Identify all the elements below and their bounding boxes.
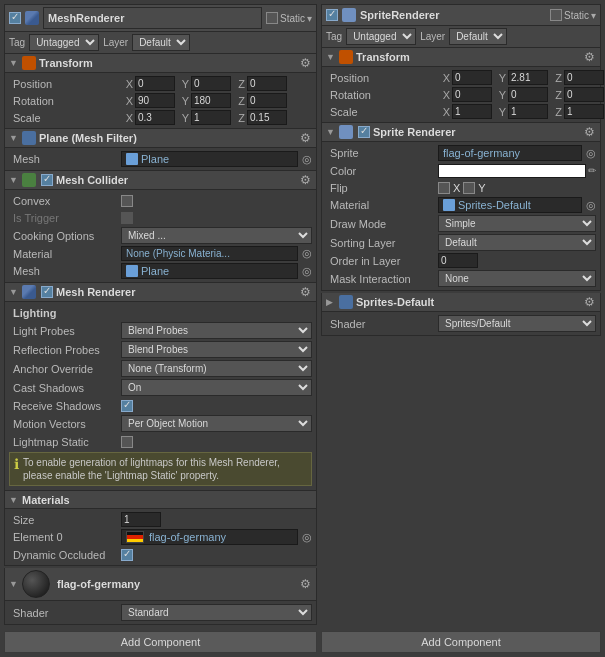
right-rot-z[interactable] bbox=[564, 87, 604, 102]
src-material-target[interactable]: ◎ bbox=[584, 199, 596, 212]
mc-mesh-target[interactable]: ◎ bbox=[300, 265, 312, 278]
receive-shadows-checkbox[interactable] bbox=[121, 400, 133, 412]
dynamic-occluded-checkbox[interactable] bbox=[121, 549, 133, 561]
mesh-renderer-comp-header[interactable]: ▼ Mesh Renderer ⚙ bbox=[4, 283, 317, 302]
right-pos-z[interactable] bbox=[564, 70, 604, 85]
transform-header[interactable]: ▼ Transform ⚙ bbox=[4, 54, 317, 73]
src-gear[interactable]: ⚙ bbox=[582, 125, 596, 139]
static-label: Static bbox=[280, 13, 305, 24]
materials-collapse: ▼ bbox=[9, 495, 19, 505]
cast-shadows-dropdown[interactable]: On bbox=[121, 379, 312, 396]
static-arrow[interactable]: ▾ bbox=[307, 13, 312, 24]
right-pos-y[interactable] bbox=[508, 70, 548, 85]
mrc-gear[interactable]: ⚙ bbox=[298, 285, 312, 299]
rot-z-input[interactable] bbox=[247, 93, 287, 108]
sprites-default-header[interactable]: ▶ Sprites-Default ⚙ bbox=[321, 293, 601, 312]
plane-mesh-filter-gear[interactable]: ⚙ bbox=[298, 131, 312, 145]
flip-y-checkbox[interactable] bbox=[463, 182, 475, 194]
right-tag-dropdown[interactable]: Untagged bbox=[346, 28, 416, 45]
right-position-row: Position X Y Z bbox=[326, 69, 596, 86]
src-material-value[interactable]: Sprites-Default bbox=[438, 197, 582, 213]
src-enabled[interactable] bbox=[358, 126, 370, 138]
sprite-renderer-comp-header[interactable]: ▼ Sprite Renderer ⚙ bbox=[321, 123, 601, 142]
right-rot-y[interactable] bbox=[508, 87, 548, 102]
plane-mesh-filter-header[interactable]: ▼ Plane (Mesh Filter) ⚙ bbox=[4, 129, 317, 148]
order-in-layer-input[interactable] bbox=[438, 253, 478, 268]
rotation-xyz: X Y Z bbox=[121, 93, 312, 108]
mesh-collider-icon bbox=[22, 173, 36, 187]
mc-mesh-value[interactable]: Plane bbox=[121, 263, 298, 279]
reflection-probes-dropdown[interactable]: Blend Probes bbox=[121, 341, 312, 358]
pos-z-input[interactable] bbox=[247, 76, 287, 91]
right-static-checkbox[interactable] bbox=[550, 9, 562, 21]
static-checkbox[interactable] bbox=[266, 12, 278, 24]
flip-x-checkbox[interactable] bbox=[438, 182, 450, 194]
right-scale-y[interactable] bbox=[508, 104, 548, 119]
mc-material-value[interactable]: None (Physic Materia... bbox=[121, 246, 298, 261]
materials-title: Materials bbox=[22, 494, 312, 506]
rot-y-input[interactable] bbox=[191, 93, 231, 108]
mesh-collider-enabled[interactable] bbox=[41, 174, 53, 186]
right-rot-x[interactable] bbox=[452, 87, 492, 102]
mesh-target-icon[interactable]: ◎ bbox=[300, 153, 312, 166]
right-transform-header[interactable]: ▼ Transform ⚙ bbox=[321, 48, 601, 67]
mask-interaction-dropdown[interactable]: None bbox=[438, 270, 596, 287]
order-in-layer-label: Order in Layer bbox=[326, 255, 436, 267]
sd-gear[interactable]: ⚙ bbox=[582, 295, 596, 309]
material-shader-body: Shader Standard bbox=[4, 601, 317, 625]
lightmap-static-label: Lightmap Static bbox=[9, 436, 119, 448]
color-pencil[interactable]: ✏ bbox=[588, 165, 596, 176]
material-gear[interactable]: ⚙ bbox=[298, 577, 312, 591]
right-scale-x[interactable] bbox=[452, 104, 492, 119]
sorting-layer-dropdown[interactable]: Default bbox=[438, 234, 596, 251]
right-static-arrow[interactable]: ▾ bbox=[591, 10, 596, 21]
light-probes-dropdown[interactable]: Blend Probes bbox=[121, 322, 312, 339]
pos-y-input[interactable] bbox=[191, 76, 231, 91]
right-transform-icon bbox=[339, 50, 353, 64]
anchor-override-row: Anchor Override None (Transform) bbox=[9, 359, 312, 378]
anchor-override-dropdown[interactable]: None (Transform) bbox=[121, 360, 312, 377]
sd-title: Sprites-Default bbox=[356, 296, 579, 308]
mesh-renderer-enabled-checkbox[interactable] bbox=[9, 12, 21, 24]
pos-x-input[interactable] bbox=[135, 76, 175, 91]
scale-y-input[interactable] bbox=[191, 110, 231, 125]
mrc-enabled[interactable] bbox=[41, 286, 53, 298]
mc-gear[interactable]: ⚙ bbox=[298, 173, 312, 187]
sd-shader-dropdown[interactable]: Sprites/Default bbox=[438, 315, 596, 332]
scale-z-input[interactable] bbox=[247, 110, 287, 125]
mesh-collider-header[interactable]: ▼ Mesh Collider ⚙ bbox=[4, 171, 317, 190]
cast-shadows-row: Cast Shadows On bbox=[9, 378, 312, 397]
pos-z-label: Z bbox=[233, 78, 245, 90]
layer-dropdown[interactable]: Default bbox=[132, 34, 190, 51]
color-picker[interactable] bbox=[438, 164, 586, 178]
draw-mode-dropdown[interactable]: Simple bbox=[438, 215, 596, 232]
motion-vectors-dropdown[interactable]: Per Object Motion bbox=[121, 415, 312, 432]
is-trigger-checkbox[interactable] bbox=[121, 212, 133, 224]
size-input[interactable] bbox=[121, 512, 161, 527]
dynamic-occluded-label: Dynamic Occluded bbox=[9, 549, 119, 561]
transform-gear[interactable]: ⚙ bbox=[298, 56, 312, 70]
cooking-dropdown[interactable]: Mixed ... bbox=[121, 227, 312, 244]
tag-dropdown[interactable]: Untagged bbox=[29, 34, 99, 51]
element0-value[interactable]: flag-of-germany bbox=[121, 529, 298, 545]
lightmap-static-checkbox[interactable] bbox=[121, 436, 133, 448]
materials-header[interactable]: ▼ Materials bbox=[4, 491, 317, 509]
right-pos-x[interactable] bbox=[452, 70, 492, 85]
sprite-value[interactable]: flag-of-germany bbox=[438, 145, 582, 161]
material-shader-header[interactable]: ▼ flag-of-germany ⚙ bbox=[4, 568, 317, 601]
sprite-target[interactable]: ◎ bbox=[584, 147, 596, 160]
scale-x-input[interactable] bbox=[135, 110, 175, 125]
right-transform-gear[interactable]: ⚙ bbox=[582, 50, 596, 64]
mc-material-target[interactable]: ◎ bbox=[300, 247, 312, 260]
left-add-component-button[interactable]: Add Component bbox=[4, 631, 317, 653]
shader-dropdown[interactable]: Standard bbox=[121, 604, 312, 621]
mesh-value[interactable]: Plane bbox=[121, 151, 298, 167]
convex-checkbox[interactable] bbox=[121, 195, 133, 207]
rot-x-input[interactable] bbox=[135, 93, 175, 108]
right-add-component-button[interactable]: Add Component bbox=[321, 631, 601, 653]
element0-target[interactable]: ◎ bbox=[300, 531, 312, 544]
rot-y-label: Y bbox=[177, 95, 189, 107]
sprite-renderer-enabled[interactable] bbox=[326, 9, 338, 21]
right-layer-dropdown[interactable]: Default bbox=[449, 28, 507, 45]
right-scale-z[interactable] bbox=[564, 104, 604, 119]
